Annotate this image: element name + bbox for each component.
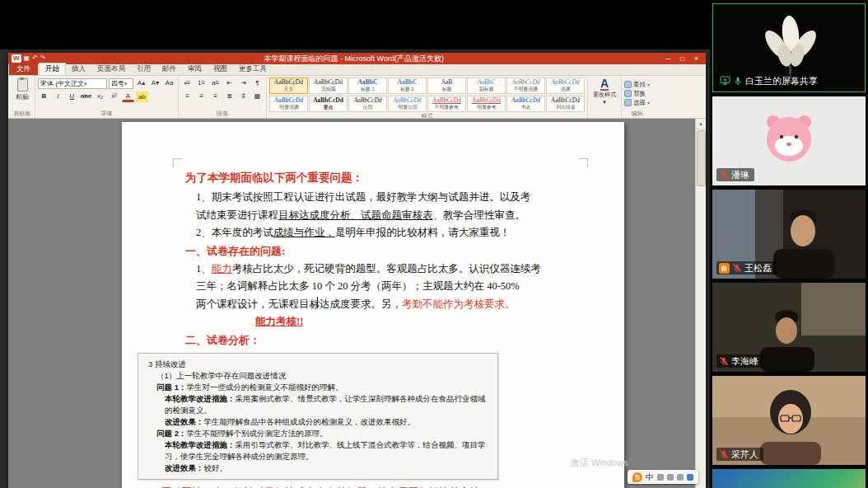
- tab-view[interactable]: 视图: [208, 63, 233, 75]
- scrollbar-thumb[interactable]: [697, 130, 706, 186]
- word-title-bar[interactable]: W ▣ ↶ ↷ 本学期课程面临的问题 - Microsoft Word(产品激活…: [8, 53, 706, 64]
- participant-name: 白玉兰的屏幕共享: [745, 75, 818, 87]
- close-button[interactable]: ×: [690, 54, 702, 63]
- replace-button[interactable]: 替换: [624, 90, 650, 98]
- redo-icon[interactable]: ↷: [40, 54, 46, 63]
- participant-tile[interactable]: 王松磊: [712, 190, 866, 279]
- ime-skin-icon[interactable]: [667, 474, 674, 481]
- bold-button[interactable]: B: [38, 91, 50, 102]
- style-chip-book-title[interactable]: AaBbCcDd书名: [506, 96, 545, 112]
- style-chip-heading1[interactable]: AaBbC标题 1: [348, 77, 387, 94]
- style-chip-intense-emphasis[interactable]: AaBbCcDd明显强调: [269, 96, 308, 112]
- underline-button[interactable]: U: [66, 91, 78, 102]
- participant-label: 王松磊: [716, 261, 777, 274]
- style-chip-intense-quote[interactable]: AaBbCcDd明显引用: [388, 96, 427, 112]
- participant-tile-sharing[interactable]: 白玉兰的屏幕共享: [712, 3, 866, 92]
- tab-home[interactable]: 开始: [39, 63, 66, 75]
- multilevel-list-button[interactable]: a≡: [209, 77, 222, 89]
- margin-mark: [579, 158, 588, 167]
- quick-access-toolbar: W ▣ ↶ ↷: [12, 54, 46, 63]
- change-case-button[interactable]: Aa: [163, 77, 175, 89]
- tab-mailings[interactable]: 邮件: [156, 63, 182, 75]
- select-button[interactable]: 选择▾: [624, 99, 650, 107]
- pasted-review-box: 3 持续改进 （1）上一轮教学中存在问题改进情况 问题 1：学生对一些成分的检测…: [138, 353, 498, 480]
- show-marks-button[interactable]: ¶: [251, 77, 264, 89]
- borders-button[interactable]: ▦: [251, 91, 264, 102]
- ime-language-mode[interactable]: 中: [646, 472, 654, 482]
- style-chip-quote[interactable]: AaBbCcDd引用: [348, 96, 387, 112]
- window-title: 本学期课程面临的问题 - Microsoft Word(产品激活失败): [49, 54, 659, 64]
- justify-button[interactable]: ≣: [223, 91, 236, 102]
- window-controls: ─ □ ×: [662, 54, 702, 63]
- editing-group-label: 编辑: [624, 110, 650, 118]
- change-styles-group-label: [590, 110, 618, 118]
- word-window: W ▣ ↶ ↷ 本学期课程面临的问题 - Microsoft Word(产品激活…: [8, 53, 706, 488]
- line-spacing-button[interactable]: ⇕: [237, 91, 250, 102]
- style-chip-no-spacing[interactable]: AaBbCcDd无间隔: [309, 77, 348, 94]
- vertical-scrollbar[interactable]: ▲: [695, 119, 706, 488]
- increase-indent-button[interactable]: ⇥: [237, 77, 250, 89]
- ime-more-icon[interactable]: [687, 474, 693, 481]
- bullets-button[interactable]: •≡: [181, 77, 194, 89]
- save-icon[interactable]: ▣: [24, 54, 30, 63]
- text-highlight-button[interactable]: ab: [136, 92, 148, 102]
- style-chip-strong[interactable]: AaBbCcDd要点: [309, 96, 348, 112]
- ime-keyboard-icon[interactable]: [657, 474, 664, 481]
- participant-tile[interactable]: 采芹人: [712, 376, 866, 465]
- document-canvas: 为了本学期面临以下两个重要问题： 1、期末考试按照工程认证进行出试题，最好教学大…: [8, 119, 706, 488]
- style-chip-emphasis[interactable]: AaBbCcDd强调: [546, 77, 585, 94]
- style-chip-subtle-reference[interactable]: AaBbCcDd不明显参考: [427, 96, 466, 112]
- paste-button[interactable]: 粘贴: [12, 77, 32, 102]
- chevron-down-icon: ▾: [603, 99, 606, 106]
- strikethrough-button[interactable]: abc: [80, 91, 92, 102]
- participant-tile[interactable]: 李海峰: [712, 283, 866, 372]
- doc-paragraph: 试结束要进行课程目标达成度分析、试题命题审核表、教学合理性审查。: [185, 207, 578, 225]
- tab-file[interactable]: 文件: [9, 63, 38, 75]
- tab-more-tools[interactable]: 更多工具: [233, 63, 273, 75]
- ime-toolbar[interactable]: S 中: [628, 470, 698, 484]
- align-center-button[interactable]: ≡: [195, 91, 208, 102]
- shrink-font-button[interactable]: A▾: [149, 77, 161, 89]
- font-name-combo[interactable]: 宋体 (中文正文▾: [38, 78, 107, 89]
- style-chip-intense-reference[interactable]: AaBbCcDd明显参考: [467, 96, 506, 112]
- tab-page-layout[interactable]: 页面布局: [91, 63, 131, 75]
- document-page[interactable]: 为了本学期面临以下两个重要问题： 1、期末考试按照工程认证进行出试题，最好教学大…: [122, 122, 624, 488]
- change-styles-button[interactable]: A 更改样式 ▾: [590, 77, 618, 106]
- italic-button[interactable]: I: [52, 91, 64, 102]
- font-size-combo[interactable]: 四号▾: [109, 78, 133, 89]
- tab-review[interactable]: 审阅: [182, 63, 208, 75]
- style-chip-list-paragraph[interactable]: AaBbCcDd列出段落: [546, 96, 585, 112]
- font-color-button[interactable]: A: [122, 92, 134, 102]
- style-chip-normal[interactable]: AaBbCcDd正文: [269, 77, 308, 94]
- scroll-up-icon[interactable]: ▲: [696, 119, 706, 129]
- sogou-logo-icon[interactable]: S: [632, 472, 642, 482]
- ime-settings-icon[interactable]: [677, 474, 684, 481]
- screen: W ▣ ↶ ↷ 本学期课程面临的问题 - Microsoft Word(产品激活…: [0, 0, 868, 488]
- margin-mark: [173, 158, 182, 167]
- minimize-button[interactable]: ─: [662, 54, 674, 63]
- undo-icon[interactable]: ↶: [32, 54, 38, 63]
- participants-panel: 白玉兰的屏幕共享 潘琳: [710, 0, 868, 488]
- maximize-button[interactable]: □: [676, 54, 688, 63]
- align-right-button[interactable]: ≡: [209, 91, 222, 102]
- participant-tile[interactable]: 潘琳: [712, 96, 866, 185]
- subscript-button[interactable]: x₂: [94, 91, 106, 102]
- clipboard-group-label: 剪贴板: [12, 110, 32, 118]
- decrease-indent-button[interactable]: ⇤: [223, 77, 236, 89]
- style-chip-heading2[interactable]: AaBbC标题 2: [388, 77, 427, 94]
- align-left-button[interactable]: ≡: [181, 91, 194, 102]
- word-logo-icon: W: [12, 54, 21, 63]
- participant-tile[interactable]: [712, 469, 866, 488]
- tab-insert[interactable]: 插入: [66, 63, 91, 75]
- grow-font-button[interactable]: A▴: [135, 77, 147, 89]
- box-line: 改进效果：较好。: [148, 462, 488, 474]
- find-button[interactable]: 查找▾: [624, 81, 650, 89]
- text-cursor: [317, 297, 318, 308]
- numbering-button[interactable]: 1≡: [195, 77, 208, 89]
- superscript-button[interactable]: x²: [108, 91, 120, 102]
- doc-emphasis-line: 能力考核!!: [255, 313, 578, 331]
- style-chip-subtitle[interactable]: AaBbC副标题: [467, 77, 506, 94]
- style-chip-subtle-emphasis[interactable]: AaBbCcDd不明显强调: [506, 77, 545, 94]
- tab-references[interactable]: 引用: [131, 63, 156, 75]
- style-chip-title[interactable]: AaB标题: [427, 77, 466, 94]
